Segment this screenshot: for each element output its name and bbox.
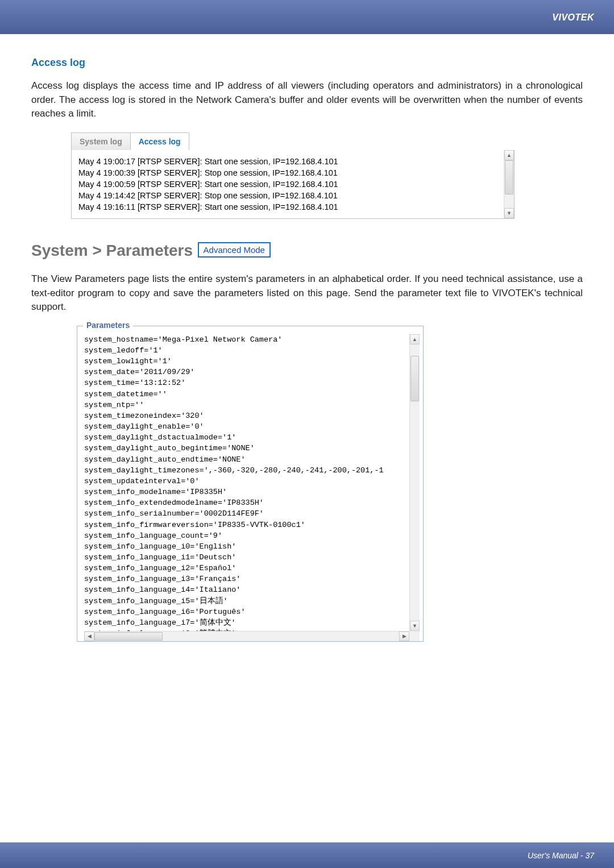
scroll-up-icon[interactable]: ▲ [504, 150, 514, 160]
scroll-track[interactable] [410, 344, 420, 621]
access-log-description: Access log displays the access time and … [31, 79, 583, 121]
footer-band: User's Manual - 37 [0, 842, 614, 868]
scroll-left-icon[interactable]: ◀ [84, 632, 94, 641]
advanced-mode-badge: Advanced Mode [198, 242, 271, 258]
log-body: May 4 19:00:17 [RTSP SERVER]: Start one … [71, 150, 515, 219]
log-line: May 4 19:16:11 [RTSP SERVER]: Start one … [78, 201, 507, 213]
params-vertical-scrollbar[interactable]: ▲ ▼ [409, 334, 420, 631]
scroll-down-icon[interactable]: ▼ [410, 621, 420, 631]
params-horizontal-scrollbar[interactable]: ◀ ▶ [84, 631, 409, 641]
tab-system-log[interactable]: System log [71, 132, 131, 150]
tab-access-log[interactable]: Access log [130, 132, 189, 150]
header-band: VIVOTEK [0, 0, 614, 34]
content-area: Access log Access log displays the acces… [0, 34, 614, 642]
scroll-thumb[interactable] [410, 356, 419, 401]
scroll-thumb[interactable] [94, 632, 163, 641]
brand-logo: VIVOTEK [552, 13, 594, 23]
log-line: May 4 19:14:42 [RTSP SERVER]: Stop one s… [78, 190, 507, 201]
log-vertical-scrollbar[interactable]: ▲ ▼ [504, 150, 514, 218]
system-parameters-heading: System > Parameters [31, 242, 193, 260]
log-line: May 4 19:00:39 [RTSP SERVER]: Stop one s… [78, 167, 507, 178]
scroll-down-icon[interactable]: ▼ [504, 208, 514, 218]
log-tabs: System log Access log [71, 132, 515, 150]
parameters-fieldset: Parameters system_hostname='Mega-Pixel N… [77, 326, 424, 642]
log-line: May 4 19:00:59 [RTSP SERVER]: Start one … [78, 178, 507, 190]
scroll-thumb[interactable] [505, 160, 513, 194]
log-line: May 4 19:00:17 [RTSP SERVER]: Start one … [78, 156, 507, 167]
scroll-track[interactable] [94, 632, 399, 641]
parameters-description: The View Parameters page lists the entir… [31, 272, 583, 314]
scroll-track[interactable] [504, 160, 514, 208]
parameters-textarea[interactable]: system_hostname='Mega-Pixel Network Came… [84, 334, 420, 641]
access-log-panel: System log Access log May 4 19:00:17 [RT… [71, 132, 515, 219]
footer-page-number: User's Manual - 37 [528, 851, 594, 860]
scroll-corner [409, 631, 420, 641]
parameters-legend: Parameters [83, 321, 133, 330]
scroll-up-icon[interactable]: ▲ [410, 334, 420, 344]
access-log-title: Access log [31, 57, 583, 69]
scroll-right-icon[interactable]: ▶ [399, 632, 409, 641]
